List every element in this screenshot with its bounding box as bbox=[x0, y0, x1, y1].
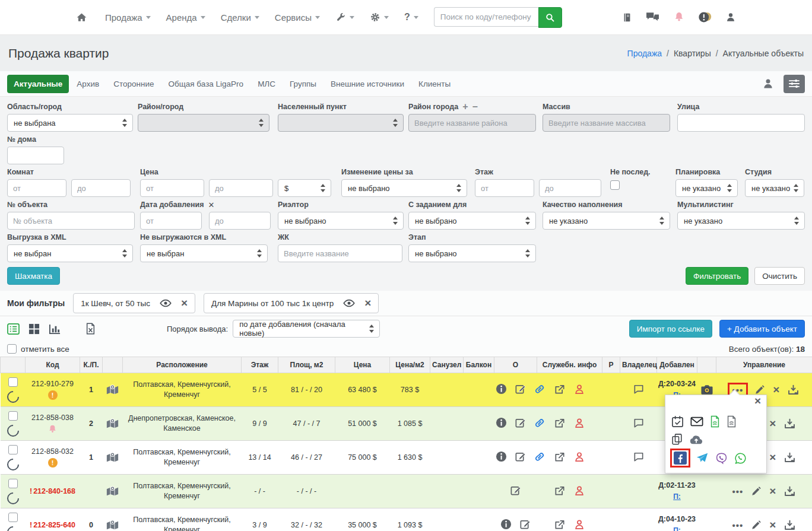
tab-5[interactable]: МЛС bbox=[251, 75, 282, 93]
filter-date-from[interactable] bbox=[140, 212, 202, 230]
filter-currency-select[interactable]: $ bbox=[278, 179, 331, 197]
info-icon[interactable] bbox=[496, 451, 507, 462]
filter-quality-select[interactable]: не указано bbox=[543, 212, 670, 230]
close-icon[interactable]: × bbox=[769, 487, 776, 495]
row-checkbox[interactable] bbox=[8, 377, 18, 387]
tab-8[interactable]: Клиенты bbox=[412, 75, 457, 93]
pencil-icon[interactable] bbox=[751, 520, 762, 530]
menu-2[interactable]: Аренда bbox=[166, 12, 205, 23]
object-code[interactable]: 212-910-279 bbox=[31, 380, 74, 388]
person-icon[interactable] bbox=[573, 417, 585, 429]
breadcrumb-link[interactable]: Продажа bbox=[627, 49, 662, 58]
object-code[interactable]: !212-825-640 bbox=[30, 521, 75, 529]
order-select[interactable]: по дате добавления (сначала новые) bbox=[233, 320, 380, 338]
viber-icon[interactable] bbox=[715, 452, 728, 465]
info-icon[interactable] bbox=[500, 519, 512, 530]
camera-icon[interactable] bbox=[700, 383, 713, 395]
pencil-icon[interactable] bbox=[751, 486, 762, 497]
alert-icon[interactable] bbox=[698, 11, 712, 23]
calendar-check-icon[interactable] bbox=[671, 415, 684, 428]
chat-icon[interactable] bbox=[633, 383, 645, 395]
filter-floor-to[interactable] bbox=[539, 179, 601, 197]
tab-4[interactable]: Общая база LigaPro bbox=[161, 75, 250, 93]
tab-2[interactable]: Архив bbox=[70, 75, 106, 93]
download-icon[interactable] bbox=[784, 519, 796, 531]
filter-not-last-checkbox[interactable] bbox=[610, 180, 620, 190]
select-all-checkbox[interactable] bbox=[7, 344, 17, 354]
gear-menu[interactable] bbox=[370, 12, 389, 23]
cloud-upload-icon[interactable] bbox=[689, 434, 703, 445]
person-icon[interactable] bbox=[573, 383, 585, 395]
object-code[interactable]: !212-840-168 bbox=[30, 487, 75, 495]
download-icon[interactable] bbox=[784, 418, 796, 430]
filter-xml-not-upload-select[interactable]: не выбран bbox=[140, 244, 268, 262]
eye-icon[interactable] bbox=[160, 299, 172, 307]
filter-xml-upload-select[interactable]: не выбран bbox=[7, 244, 133, 262]
info-icon[interactable] bbox=[496, 383, 507, 395]
view-list-icon[interactable] bbox=[7, 323, 20, 335]
object-code[interactable]: 212-858-038 bbox=[31, 414, 74, 422]
user-icon[interactable] bbox=[762, 78, 774, 90]
filter-rooms-to[interactable] bbox=[71, 179, 131, 197]
filter-layout-select[interactable]: не указано bbox=[675, 179, 738, 197]
chess-button[interactable]: Шахматка bbox=[7, 267, 60, 285]
plus-icon[interactable]: + bbox=[462, 104, 468, 110]
person-icon[interactable] bbox=[573, 519, 585, 530]
filter-realtor-select[interactable]: не выбрано bbox=[278, 212, 404, 230]
view-grid-icon[interactable] bbox=[28, 323, 40, 335]
wrench-menu[interactable] bbox=[335, 12, 354, 23]
help-menu[interactable]: ? bbox=[404, 12, 418, 22]
filter-region-select[interactable]: не выбрана bbox=[7, 114, 133, 132]
view-excel-icon[interactable] bbox=[85, 323, 96, 335]
filter-price-change-select[interactable]: не выбрано bbox=[341, 179, 467, 197]
external-icon[interactable] bbox=[554, 417, 566, 429]
envelope-icon[interactable] bbox=[690, 416, 703, 427]
popup-close-icon[interactable]: × bbox=[754, 397, 761, 405]
edit-icon[interactable] bbox=[515, 383, 526, 395]
close-icon[interactable]: × bbox=[773, 386, 779, 394]
external-icon[interactable] bbox=[554, 485, 566, 497]
person-icon[interactable] bbox=[573, 485, 585, 497]
map-icon[interactable] bbox=[106, 418, 119, 430]
edit-icon[interactable] bbox=[510, 485, 521, 496]
filter-price-to[interactable] bbox=[209, 179, 273, 197]
map-icon[interactable] bbox=[106, 485, 119, 498]
person-icon[interactable] bbox=[573, 451, 585, 463]
row-checkbox[interactable] bbox=[8, 445, 18, 454]
tab-7[interactable]: Внешние источники bbox=[324, 75, 411, 93]
eye-icon[interactable] bbox=[343, 299, 355, 307]
clear-button[interactable]: Очистить bbox=[754, 267, 805, 285]
view-chart-icon[interactable] bbox=[49, 323, 61, 335]
info-icon[interactable] bbox=[496, 417, 507, 428]
facebook-icon[interactable] bbox=[674, 451, 687, 465]
bell-icon[interactable] bbox=[673, 11, 685, 23]
filter-button[interactable]: Фильтровать bbox=[686, 267, 748, 285]
chat-icon[interactable] bbox=[633, 451, 645, 463]
pdf-green-icon[interactable] bbox=[710, 415, 720, 428]
link-icon[interactable] bbox=[534, 383, 545, 395]
close-icon[interactable]: × bbox=[769, 453, 776, 462]
copy-icon[interactable] bbox=[671, 433, 683, 446]
download-icon[interactable] bbox=[784, 485, 796, 498]
tab-6[interactable]: Группы bbox=[283, 75, 323, 93]
whatsapp-icon[interactable] bbox=[734, 452, 747, 465]
filter-date-to[interactable] bbox=[209, 212, 271, 230]
row-checkbox[interactable] bbox=[8, 411, 18, 421]
remove-filter-icon[interactable]: × bbox=[364, 299, 371, 307]
tab-3[interactable]: Сторонние bbox=[107, 75, 160, 93]
filter-house-no-input[interactable] bbox=[7, 147, 64, 164]
filter-task-for-select[interactable]: не выбрано bbox=[408, 212, 536, 230]
telegram-icon[interactable] bbox=[696, 451, 709, 465]
row-checkbox[interactable] bbox=[8, 513, 18, 522]
download-icon[interactable] bbox=[787, 384, 800, 396]
search-input[interactable] bbox=[434, 7, 538, 27]
filter-chip[interactable]: 1к Шевч, от 50 тыс × bbox=[73, 293, 195, 313]
filter-chip[interactable]: Для Марины от 100 тыс 1к центр × bbox=[204, 293, 379, 313]
map-icon[interactable] bbox=[106, 384, 119, 396]
filter-rooms-from[interactable] bbox=[7, 179, 66, 197]
filter-price-from[interactable] bbox=[140, 179, 204, 197]
filter-street-input[interactable] bbox=[677, 114, 805, 132]
filter-object-no-input[interactable] bbox=[7, 212, 135, 230]
map-icon[interactable] bbox=[106, 519, 119, 531]
edit-icon[interactable] bbox=[515, 451, 526, 462]
